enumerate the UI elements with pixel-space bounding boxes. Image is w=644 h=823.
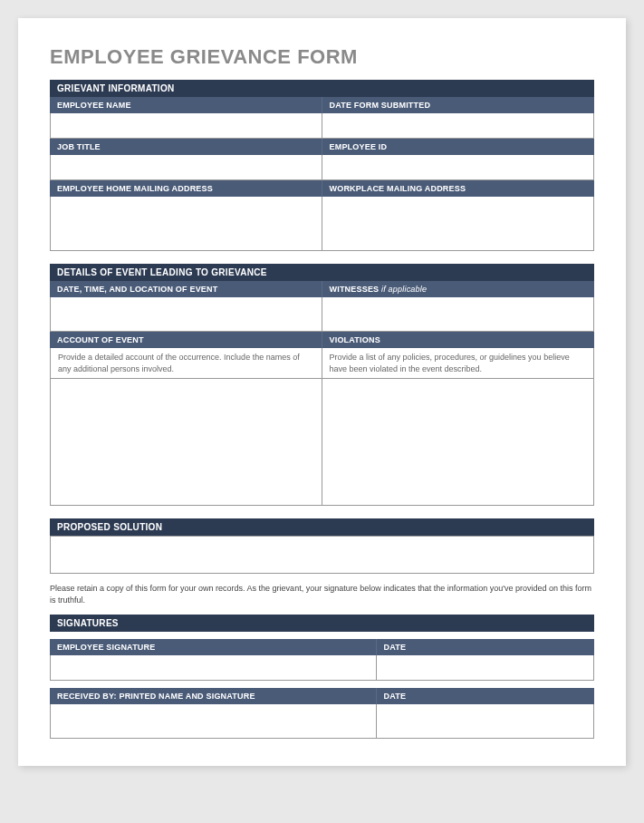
hint-violations: Provide a list of any policies, procedur… <box>322 348 595 379</box>
section-solution-header: PROPOSED SOLUTION <box>50 518 594 536</box>
label-date-time-location: DATE, TIME, AND LOCATION OF EVENT <box>50 281 322 297</box>
hint-account: Provide a detailed account of the occurr… <box>50 348 322 379</box>
input-date-submitted[interactable] <box>322 113 595 139</box>
label-job-title: JOB TITLE <box>50 139 322 155</box>
input-date-time-location[interactable] <box>50 297 322 332</box>
input-employee-name[interactable] <box>50 113 322 139</box>
label-employee-signature: EMPLOYEE SIGNATURE <box>50 639 377 655</box>
form-title: EMPLOYEE GRIEVANCE FORM <box>50 45 594 69</box>
label-home-address: EMPLOYEE HOME MAILING ADDRESS <box>50 180 322 197</box>
label-date-submitted: DATE FORM SUBMITTED <box>322 97 595 113</box>
label-signature-date1: DATE <box>377 639 594 655</box>
label-signature-date2: DATE <box>377 688 594 704</box>
input-violations[interactable] <box>322 379 595 506</box>
witnesses-suffix: if applicable <box>379 285 427 294</box>
input-employee-id[interactable] <box>322 155 595 180</box>
input-solution[interactable] <box>50 536 594 574</box>
label-received-by: RECEIVED BY: PRINTED NAME AND SIGNATURE <box>50 688 377 704</box>
witnesses-bold: WITNESSES <box>330 285 380 294</box>
input-signature-date1[interactable] <box>377 655 594 681</box>
disclaimer-text: Please retain a copy of this form for yo… <box>50 583 594 605</box>
input-received-by[interactable] <box>50 704 377 739</box>
form-page: EMPLOYEE GRIEVANCE FORM GRIEVANT INFORMA… <box>18 18 626 766</box>
input-workplace-address[interactable] <box>322 197 595 251</box>
input-witnesses[interactable] <box>322 297 595 332</box>
label-witnesses: WITNESSES if applicable <box>322 281 595 297</box>
label-account: ACCOUNT OF EVENT <box>50 332 322 348</box>
section-signatures-header: SIGNATURES <box>50 615 594 632</box>
input-home-address[interactable] <box>50 197 322 251</box>
label-workplace-address: WORKPLACE MAILING ADDRESS <box>322 180 595 197</box>
input-account[interactable] <box>50 379 322 506</box>
label-violations: VIOLATIONS <box>322 332 595 348</box>
label-employee-name: EMPLOYEE NAME <box>50 97 322 113</box>
input-signature-date2[interactable] <box>377 704 594 739</box>
input-employee-signature[interactable] <box>50 655 377 681</box>
section-grievant-header: GRIEVANT INFORMATION <box>50 80 594 97</box>
section-details-header: DETAILS OF EVENT LEADING TO GRIEVANCE <box>50 264 594 281</box>
label-employee-id: EMPLOYEE ID <box>322 139 595 155</box>
input-job-title[interactable] <box>50 155 322 180</box>
